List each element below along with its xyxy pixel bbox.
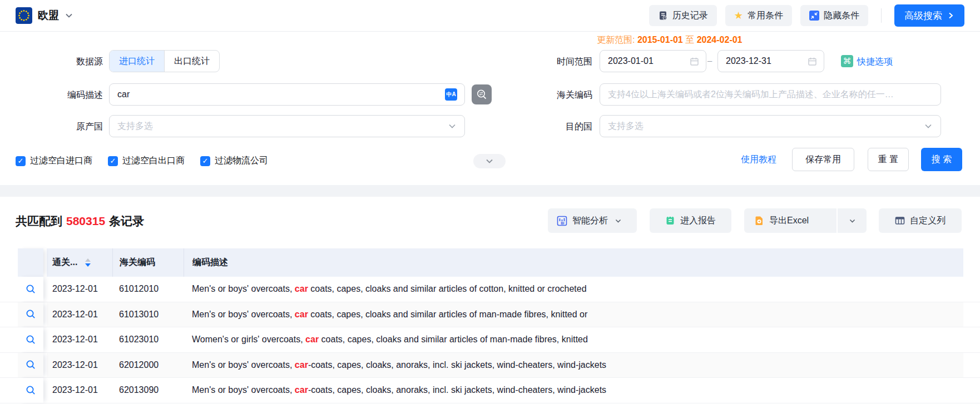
desc-post: -coats, capes, cloaks, anoraks, incl. sk… bbox=[308, 360, 606, 370]
origin-select[interactable]: 支持多选 bbox=[109, 115, 465, 137]
chevron-right-icon bbox=[947, 12, 954, 19]
date-from-value: 2023-01-01 bbox=[608, 56, 690, 66]
date-from-input[interactable]: 2023-01-01 bbox=[600, 50, 706, 72]
desc-post: coats, capes, cloaks and similar article… bbox=[308, 310, 587, 319]
date-to-input[interactable]: 2023-12-31 bbox=[717, 50, 824, 72]
result-count: 580315 bbox=[62, 215, 109, 227]
advanced-search-button[interactable]: 高级搜索 bbox=[894, 4, 964, 27]
checkbox-checked-icon[interactable]: ✓ bbox=[108, 156, 118, 166]
filter-blank-importer[interactable]: ✓ 过滤空白进口商 bbox=[16, 155, 92, 167]
region-name: 欧盟 bbox=[38, 8, 59, 23]
hide-conditions-label: 隐藏条件 bbox=[824, 10, 859, 22]
svg-text:BI: BI bbox=[561, 221, 565, 225]
top-bar: 欧盟 历史记录 ★ 常用条件 bbox=[0, 0, 980, 32]
table-columns-icon bbox=[895, 216, 905, 226]
chevron-down-icon bbox=[849, 217, 856, 225]
export-options-caret[interactable] bbox=[837, 208, 867, 233]
table-row: 2023-12-01 61012010 Men's or boys' overc… bbox=[0, 277, 980, 302]
datasource-label: 数据源 bbox=[0, 56, 103, 68]
update-range-to-word: 至 bbox=[685, 35, 694, 44]
calendar-icon bbox=[808, 57, 817, 66]
row-hs-code: 62013090 bbox=[112, 378, 184, 403]
hide-conditions-button[interactable]: 隐藏条件 bbox=[800, 5, 868, 26]
collapse-arrows-icon bbox=[809, 11, 819, 21]
enter-report-label: 进入报告 bbox=[680, 215, 716, 227]
tab-import-stats[interactable]: 进口统计 bbox=[110, 51, 164, 72]
table-row: 2023-12-01 61023010 Women's or girls' ov… bbox=[0, 327, 980, 353]
origin-placeholder: 支持多选 bbox=[117, 121, 448, 132]
quick-options-link[interactable]: 快捷选项 bbox=[857, 56, 893, 68]
filter-blank-exporter[interactable]: ✓ 过滤空白出口商 bbox=[108, 155, 185, 167]
hs-code-input[interactable] bbox=[600, 83, 941, 106]
save-favorite-button[interactable]: 保存常用 bbox=[792, 148, 854, 171]
desc-highlight: car bbox=[295, 310, 308, 319]
destination-label: 目的国 bbox=[540, 121, 592, 133]
row-detail-search-button[interactable] bbox=[18, 378, 43, 403]
translate-icon-text: 中A bbox=[446, 91, 456, 98]
row-date: 2023-12-01 bbox=[47, 302, 112, 327]
filter-checkbox-row: ✓ 过滤空白进口商 ✓ 过滤空白出口商 ✓ 过滤物流公司 bbox=[16, 155, 268, 167]
desc-pre: Men's or boys' overcoats, bbox=[192, 310, 295, 319]
translate-icon[interactable]: 中A bbox=[445, 88, 457, 101]
reset-button[interactable]: 重 置 bbox=[868, 148, 909, 171]
region-selector[interactable]: 欧盟 bbox=[16, 7, 73, 24]
row-hs-code: 61013010 bbox=[112, 302, 184, 327]
row-hs-code: 62012000 bbox=[112, 353, 184, 378]
row-description: Men's or boys' overcoats, car coats, cap… bbox=[184, 277, 963, 302]
hs-code-label: 海关编码 bbox=[540, 89, 592, 101]
row-date: 2023-12-01 bbox=[47, 277, 112, 302]
row-description: Men's or boys' overcoats, car-coats, cap… bbox=[184, 353, 963, 378]
desc-post: coats, capes, cloaks and similar article… bbox=[319, 335, 588, 344]
date-range-dash: – bbox=[707, 56, 712, 65]
enter-report-button[interactable]: 进入报告 bbox=[650, 208, 731, 233]
favorites-button[interactable]: ★ 常用条件 bbox=[725, 5, 792, 26]
magnifier-icon bbox=[26, 385, 36, 396]
checkbox-checked-icon[interactable]: ✓ bbox=[200, 156, 210, 166]
desc-pre: Women's or girls' overcoats, bbox=[192, 335, 305, 344]
table-row: 2023-12-01 62012000 Men's or boys' overc… bbox=[0, 353, 980, 378]
destination-select[interactable]: 支持多选 bbox=[600, 115, 941, 137]
row-date: 2023-12-01 bbox=[47, 353, 112, 378]
filter-label: 过滤空白出口商 bbox=[122, 155, 185, 167]
calendar-icon bbox=[690, 57, 699, 66]
tutorial-link[interactable]: 使用教程 bbox=[741, 154, 776, 166]
tab-export-stats[interactable]: 出口统计 bbox=[164, 51, 219, 72]
sort-carets-icon[interactable] bbox=[85, 258, 91, 267]
header-desc-label: 编码描述 bbox=[192, 257, 228, 268]
history-button[interactable]: 历史记录 bbox=[649, 5, 717, 26]
row-detail-search-button[interactable] bbox=[18, 327, 43, 352]
search-button[interactable]: 搜 索 bbox=[921, 148, 962, 171]
checkbox-checked-icon[interactable]: ✓ bbox=[16, 156, 26, 166]
desc-highlight: car bbox=[295, 360, 308, 370]
chevron-down-icon bbox=[924, 122, 933, 131]
trade-data-app: 欧盟 历史记录 ★ 常用条件 bbox=[0, 0, 980, 404]
row-detail-search-button[interactable] bbox=[18, 353, 43, 378]
custom-columns-button[interactable]: 自定义列 bbox=[879, 208, 962, 233]
desc-pre: Men's or boys' overcoats, bbox=[192, 284, 295, 293]
code-desc-input[interactable] bbox=[109, 83, 465, 106]
row-description: Women's or girls' overcoats, car coats, … bbox=[184, 327, 963, 352]
export-excel-label: 导出Excel bbox=[769, 215, 809, 227]
destination-placeholder: 支持多选 bbox=[608, 121, 924, 132]
row-description: Men's or boys' overcoats, car coats, cap… bbox=[184, 302, 963, 327]
row-hs-code: 61023010 bbox=[112, 327, 184, 352]
time-range-label: 时间范围 bbox=[540, 56, 592, 68]
fuzzy-search-toggle[interactable] bbox=[472, 84, 492, 104]
custom-columns-label: 自定义列 bbox=[910, 215, 946, 227]
code-desc-label: 编码描述 bbox=[0, 89, 103, 101]
expand-conditions-toggle[interactable] bbox=[473, 154, 506, 168]
export-excel-main[interactable]: 导出Excel bbox=[744, 208, 831, 233]
smart-analysis-button[interactable]: BI 智能分析 bbox=[548, 208, 637, 233]
header-date-col[interactable]: 通关... bbox=[47, 248, 112, 277]
export-excel-button: 导出Excel bbox=[744, 208, 867, 233]
result-count-line: 共匹配到580315条记录 bbox=[16, 213, 144, 229]
history-doc-icon bbox=[658, 11, 668, 21]
update-range-label: 更新范围: bbox=[597, 35, 635, 44]
row-detail-search-button[interactable] bbox=[18, 302, 43, 327]
star-icon: ★ bbox=[734, 11, 743, 21]
bi-chart-icon: BI bbox=[557, 216, 567, 226]
row-detail-search-button[interactable] bbox=[18, 277, 43, 302]
history-button-label: 历史记录 bbox=[672, 10, 708, 22]
update-range-from: 2015-01-01 bbox=[637, 35, 683, 44]
filter-logistics[interactable]: ✓ 过滤物流公司 bbox=[200, 155, 268, 167]
